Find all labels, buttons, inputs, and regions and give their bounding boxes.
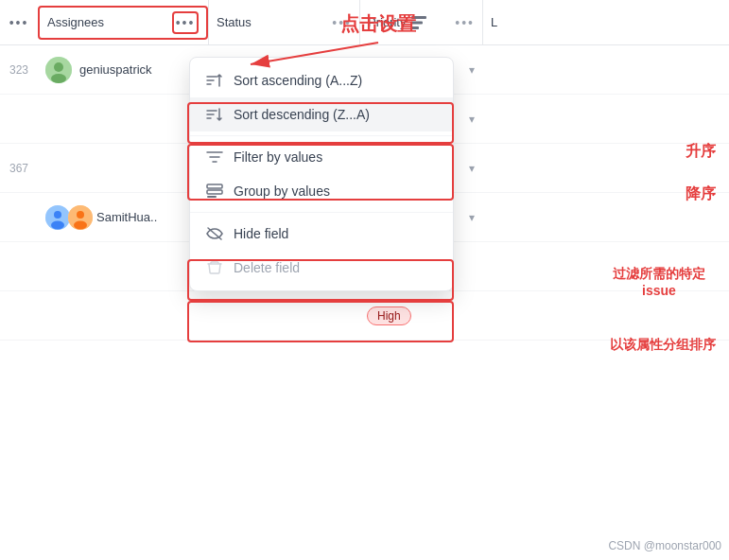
- col-status-header: Status •••: [208, 0, 359, 44]
- delete-label: Delete field: [234, 260, 300, 275]
- svg-rect-12: [207, 184, 222, 188]
- priority-dropdown-arrow-0[interactable]: ▾: [469, 63, 475, 77]
- col-dots-header: [0, 14, 38, 31]
- assignees-menu-button[interactable]: [172, 11, 199, 34]
- dropdown-sort-asc[interactable]: Sort ascending (A...Z): [190, 63, 453, 97]
- group-icon: [205, 184, 224, 199]
- assignee-name-0: geniuspatrick: [79, 62, 152, 77]
- priority-dropdown-arrow-2[interactable]: ▾: [469, 162, 475, 175]
- priority-dots-icon[interactable]: •••: [455, 15, 475, 30]
- hide-label: Hide field: [234, 226, 288, 241]
- sort-desc-icon: [205, 107, 224, 122]
- avatar-0: [45, 57, 72, 83]
- column-dropdown-menu: Sort ascending (A...Z) Sort descending (…: [189, 57, 454, 291]
- sort-desc-label: Sort descending (Z...A): [234, 107, 370, 122]
- dropdown-divider-2: [190, 212, 453, 213]
- annotation-filter: 过滤所需的特定issue: [602, 265, 716, 299]
- avatar-img-3a: [45, 205, 70, 230]
- svg-point-8: [51, 220, 64, 229]
- dropdown-filter[interactable]: Filter by values: [190, 140, 453, 174]
- avatar-3a: [45, 205, 70, 230]
- col-l-label: L: [491, 15, 497, 29]
- row-num-367: 367: [0, 162, 38, 175]
- annotation-group: 以该属性分组排序: [610, 336, 716, 353]
- svg-point-11: [74, 220, 87, 229]
- assignee-name-3: SamitHua..: [96, 210, 157, 224]
- row-num-323: 323: [0, 63, 38, 77]
- avatar-img-3b: [68, 205, 93, 230]
- annotation-click-settings: 点击设置: [340, 11, 416, 37]
- row-assignees-0: geniuspatrick: [38, 57, 208, 83]
- group-label: Group by values: [234, 184, 330, 199]
- svg-rect-14: [207, 196, 217, 198]
- hide-icon: [205, 226, 224, 241]
- svg-rect-13: [207, 190, 222, 194]
- filter-icon: [205, 149, 224, 165]
- dropdown-hide[interactable]: Hide field: [190, 217, 453, 251]
- row-assignees-3: SamitHua..: [38, 205, 208, 230]
- filter-label: Filter by values: [234, 149, 322, 165]
- avatar-3b: [68, 205, 93, 230]
- avatar-img-0: [45, 57, 72, 83]
- row-priority-5[interactable]: High: [359, 306, 482, 325]
- sort-asc-label: Sort ascending (A...Z): [234, 73, 362, 88]
- annotation-desc: 降序: [686, 184, 716, 204]
- assignees-label: Assignees: [47, 15, 104, 29]
- svg-point-4: [54, 62, 63, 72]
- table-container: Assignees Status ••• Priority ••• L: [0, 0, 729, 560]
- assignees-dots-icon: [176, 15, 196, 30]
- svg-point-10: [77, 211, 84, 219]
- col-assignees-header[interactable]: Assignees: [38, 6, 208, 40]
- watermark: CSDN @moonstar000: [608, 539, 721, 552]
- col-l-header: L: [482, 0, 729, 44]
- delete-icon: [205, 260, 224, 275]
- dropdown-group[interactable]: Group by values: [190, 174, 453, 208]
- dots-icon: [9, 14, 29, 31]
- svg-point-5: [51, 74, 66, 83]
- priority-dropdown-arrow-3[interactable]: ▾: [469, 211, 475, 224]
- dropdown-delete: Delete field: [190, 251, 453, 285]
- status-label: Status: [217, 15, 252, 29]
- svg-point-7: [54, 211, 61, 219]
- annotation-asc: 升序: [686, 142, 716, 162]
- sort-asc-icon: [205, 73, 224, 88]
- dropdown-sort-desc[interactable]: Sort descending (Z...A): [190, 97, 453, 131]
- dropdown-divider-1: [190, 135, 453, 136]
- priority-badge-5: High: [367, 306, 411, 325]
- priority-dropdown-arrow-1[interactable]: ▾: [469, 113, 475, 126]
